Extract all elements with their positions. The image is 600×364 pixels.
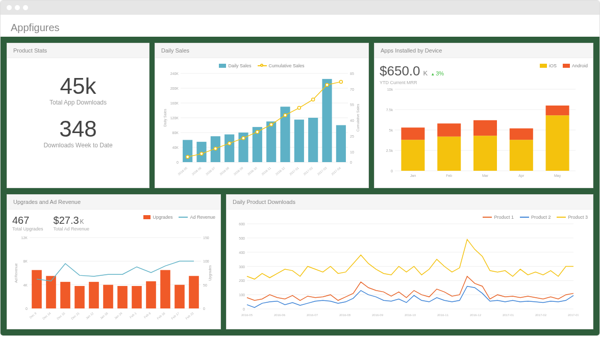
svg-text:Dec 9: Dec 9 [29,311,37,319]
mrr-label: YTD Current MRR [380,80,444,85]
svg-text:2017-02: 2017-02 [535,314,547,317]
svg-text:Feb 16: Feb 16 [156,311,166,320]
total-upgrades-value: 467 [12,215,43,226]
svg-rect-104 [146,281,156,308]
legend-item: Ad Revenue [179,215,215,220]
legend-item: Cumulative Sales [258,63,305,68]
svg-point-33 [186,155,189,159]
svg-text:2016-12: 2016-12 [275,166,286,176]
svg-rect-96 [32,270,42,308]
legend-item: Upgrades [143,215,172,220]
svg-text:2017-01: 2017-01 [503,314,514,317]
legend-item: Product 2 [520,215,551,220]
legend-label: Android [572,63,588,68]
ad-revenue-label: Total Ad Revenue [54,226,90,231]
legend-item: iOS [540,63,557,68]
svg-text:Feb 8: Feb 8 [143,311,152,319]
svg-text:300: 300 [239,265,245,269]
svg-text:5k: 5k [389,128,393,132]
mrr-unit: K [423,69,428,77]
mrr-delta: 3% [431,70,444,76]
svg-text:2016-07: 2016-07 [205,166,216,176]
card-downloads: Daily Product Downloads Product 1 Produc… [226,194,593,329]
card-product-stats: Product Stats 45k Total App Downloads 34… [7,43,149,188]
wtd-downloads-value: 348 [12,116,144,142]
svg-point-38 [256,131,259,134]
svg-text:Dec 14: Dec 14 [42,311,52,320]
svg-text:2017-04: 2017-04 [331,166,341,176]
svg-text:Upgrades: Upgrades [208,265,212,281]
legend-label: Daily Sales [228,63,251,68]
svg-text:Apr: Apr [518,174,524,178]
card-title: Product Stats [7,43,149,58]
svg-text:25: 25 [350,135,354,138]
svg-point-43 [326,84,329,87]
svg-text:2016-09: 2016-09 [233,166,244,176]
svg-text:2016-08: 2016-08 [219,166,230,176]
svg-text:Dec 21: Dec 21 [70,311,80,320]
svg-rect-102 [117,286,128,308]
svg-text:Jan 12: Jan 12 [85,311,94,320]
svg-text:12K: 12K [21,236,28,240]
svg-text:0: 0 [243,307,245,311]
svg-text:200: 200 [239,279,245,282]
svg-rect-101 [103,285,113,308]
total-downloads-value: 45k [12,73,144,99]
card-daily-sales: Daily Sales Daily Sales Cumulative Sales… [155,43,369,188]
svg-text:120K: 120K [170,116,179,120]
svg-text:2016-05: 2016-05 [178,166,188,176]
svg-text:10k: 10k [387,88,393,91]
svg-rect-82 [546,106,569,115]
legend-item: Product 1 [483,215,514,220]
svg-text:2016-08: 2016-08 [339,314,351,317]
svg-text:400: 400 [239,251,245,254]
window-dot [7,5,12,10]
svg-point-39 [270,123,273,126]
svg-text:0: 0 [350,161,352,164]
svg-text:2016-11: 2016-11 [437,314,449,317]
svg-rect-24 [224,135,234,162]
card-title: Daily Product Downloads [227,195,593,210]
svg-text:240K: 240K [170,72,179,75]
legend-item: Product 3 [557,215,588,220]
browser-titlebar [1,1,599,15]
svg-text:600: 600 [239,222,245,226]
svg-rect-99 [74,286,85,308]
svg-rect-103 [132,286,142,308]
svg-text:10: 10 [350,150,354,154]
svg-text:500: 500 [239,237,245,240]
svg-text:2017-01: 2017-01 [289,166,299,176]
svg-rect-98 [60,282,70,308]
legend-label: Upgrades [153,215,172,220]
svg-text:8K: 8K [23,259,28,263]
window-dot [23,5,28,10]
svg-text:May: May [554,174,561,178]
svg-text:2016-12: 2016-12 [470,314,482,317]
svg-text:160K: 160K [170,101,179,105]
mrr-value: $650.0 [380,63,420,79]
svg-rect-72 [437,137,461,171]
legend-label: Product 2 [531,215,551,220]
svg-point-35 [214,147,217,150]
svg-rect-81 [546,115,569,171]
svg-text:Jan 18: Jan 18 [99,311,109,320]
svg-rect-73 [437,123,461,137]
page-title: Appfigures [1,15,599,37]
svg-point-36 [228,142,231,145]
svg-rect-31 [322,79,332,162]
svg-text:2016-10: 2016-10 [247,166,258,176]
chart-daily-sales: 040K80K120K160K200K240K01025405570852016… [160,70,363,183]
svg-text:7.5k: 7.5k [386,108,393,112]
card-title: Daily Sales [155,43,368,58]
card-title: Apps Installed by Device [374,43,593,58]
svg-rect-32 [336,125,346,163]
svg-rect-79 [510,128,533,140]
svg-text:4K: 4K [23,283,28,287]
legend-label: iOS [549,63,557,68]
svg-text:2016-05: 2016-05 [241,314,253,317]
svg-text:Feb 1: Feb 1 [129,311,137,319]
total-upgrades-label: Total Upgrades [12,226,43,231]
svg-rect-70 [401,127,424,140]
svg-point-40 [284,114,287,117]
svg-text:100: 100 [203,259,209,263]
